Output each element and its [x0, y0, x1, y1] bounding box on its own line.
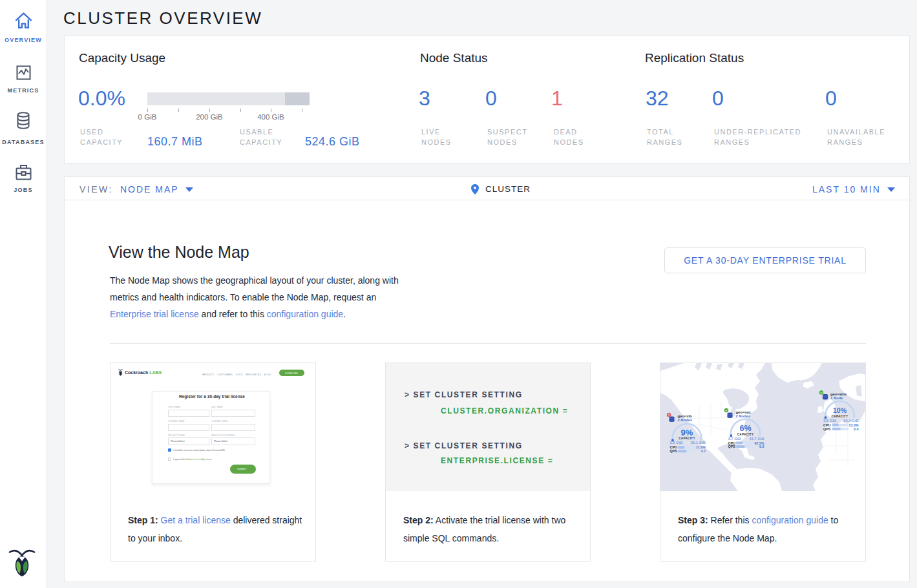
- svg-text:CAPACITY: CAPACITY: [832, 415, 848, 418]
- svg-text:10%: 10%: [833, 406, 847, 414]
- svg-text:43.7 GiB: 43.7 GiB: [749, 437, 764, 441]
- svg-text:CAPACITY: CAPACITY: [679, 437, 695, 440]
- svg-text:2 Nodes: 2 Nodes: [678, 418, 693, 422]
- svg-text:3.7 GiB: 3.7 GiB: [728, 437, 741, 441]
- svg-text:1 Node: 1 Node: [830, 396, 843, 400]
- svg-text:QPS: QPS: [728, 445, 736, 448]
- svg-text:QPS: QPS: [823, 427, 831, 431]
- svg-text:2 Nodes: 2 Nodes: [736, 414, 751, 418]
- svg-text:3.2 GiB: 3.2 GiB: [670, 441, 683, 445]
- svg-text:6%: 6%: [739, 424, 751, 433]
- svg-text:CAPACITY: CAPACITY: [737, 433, 754, 436]
- svg-text:35.1 GiB: 35.1 GiB: [691, 441, 706, 445]
- svg-text:4.7: 4.7: [701, 449, 706, 453]
- svg-text:0.0: 0.0: [759, 445, 764, 448]
- svg-text:QPS: QPS: [670, 449, 678, 453]
- svg-text:0.4: 0.4: [854, 427, 859, 431]
- svg-text:3.6 GiB: 3.6 GiB: [823, 419, 836, 423]
- svg-text:34.4 GiB: 34.4 GiB: [843, 419, 858, 423]
